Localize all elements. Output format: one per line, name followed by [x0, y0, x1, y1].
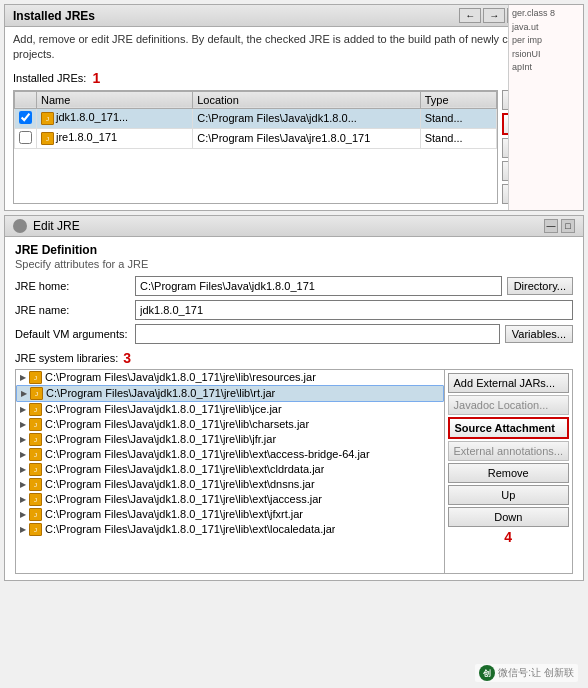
watermark-text: 微信号:让: [498, 666, 541, 680]
tree-arrow: ▶: [20, 495, 26, 504]
list-item[interactable]: ▶JC:\Program Files\Java\jdk1.8.0_171\jre…: [16, 477, 444, 492]
jre-checkbox[interactable]: [19, 131, 32, 144]
wm-icon: 创: [479, 665, 495, 681]
jar-icon: J: [41, 112, 54, 125]
tree-arrow: ▶: [20, 510, 26, 519]
list-item[interactable]: ▶JC:\Program Files\Java\jdk1.8.0_171\jre…: [16, 417, 444, 432]
list-item[interactable]: ▶JC:\Program Files\Java\jdk1.8.0_171\jre…: [16, 370, 444, 385]
libs-label: JRE system libraries:: [15, 352, 118, 364]
row-location-cell: C:\Program Files\Java\jre1.8.0_171: [193, 128, 420, 148]
list-item[interactable]: ▶JC:\Program Files\Java\jdk1.8.0_171\jre…: [16, 492, 444, 507]
jar-icon: J: [41, 132, 54, 145]
lib-path: C:\Program Files\Java\jdk1.8.0_171\jre\l…: [45, 463, 324, 475]
tree-arrow: ▶: [20, 480, 26, 489]
jar-icon: J: [29, 433, 42, 446]
code-line-4: rsionUI: [512, 48, 580, 62]
code-panel-overlay: ger.class 8 java.ut per imp rsionUI apIn…: [508, 5, 583, 210]
row-location-cell: C:\Program Files\Java\jdk1.8.0...: [193, 108, 420, 128]
row-name-cell: Jjdk1.8.0_171...: [37, 108, 193, 128]
col-type: Type: [420, 91, 496, 108]
row-name-cell: Jjre1.8.0_171: [37, 128, 193, 148]
nav-forward-btn[interactable]: →: [483, 8, 505, 23]
variables-button[interactable]: Variables...: [505, 325, 573, 343]
lib-path: C:\Program Files\Java\jdk1.8.0_171\jre\l…: [45, 478, 315, 490]
list-item[interactable]: ▶JC:\Program Files\Java\jdk1.8.0_171\jre…: [16, 462, 444, 477]
jre-checkbox[interactable]: [19, 111, 32, 124]
lib-path: C:\Program Files\Java\jdk1.8.0_171\jre\l…: [45, 448, 370, 460]
number-1-badge: 1: [92, 70, 100, 86]
remove-lib-button[interactable]: Remove: [448, 463, 569, 483]
watermark: 创 微信号:让 创新联: [475, 664, 578, 682]
jar-icon: J: [29, 448, 42, 461]
row-type-cell: Stand...: [420, 128, 496, 148]
row-checkbox-cell: [15, 108, 37, 128]
jar-icon: J: [29, 478, 42, 491]
directory-button[interactable]: Directory...: [507, 277, 573, 295]
jar-icon: J: [29, 508, 42, 521]
list-item[interactable]: ▶JC:\Program Files\Java\jdk1.8.0_171\jre…: [16, 385, 444, 402]
jre-home-label: JRE home:: [15, 280, 130, 292]
source-attachment-button[interactable]: Source Attachment: [448, 417, 569, 439]
edit-jre-title: Edit JRE: [33, 219, 80, 233]
row-checkbox-cell: [15, 128, 37, 148]
jre-name-row: JRE name:: [15, 300, 573, 320]
list-item[interactable]: ▶JC:\Program Files\Java\jdk1.8.0_171\jre…: [16, 402, 444, 417]
jar-icon: J: [29, 403, 42, 416]
jar-icon: J: [30, 387, 43, 400]
lib-path: C:\Program Files\Java\jdk1.8.0_171\jre\l…: [45, 523, 335, 535]
vm-args-input[interactable]: [135, 324, 500, 344]
add-external-jars-button[interactable]: Add External JARs...: [448, 373, 569, 393]
table-row[interactable]: Jjdk1.8.0_171...C:\Program Files\Java\jd…: [15, 108, 497, 128]
row-type-cell: Stand...: [420, 108, 496, 128]
installed-jres-title: Installed JREs: [13, 9, 95, 23]
number-3-badge: 3: [123, 350, 131, 366]
tree-arrow: ▶: [20, 420, 26, 429]
section-title: JRE Definition: [15, 243, 573, 257]
libraries-buttons: Add External JARs... Javadoc Location...…: [444, 370, 572, 573]
nav-back-btn[interactable]: ←: [459, 8, 481, 23]
lib-path: C:\Program Files\Java\jdk1.8.0_171\jre\l…: [46, 387, 275, 399]
list-item[interactable]: ▶JC:\Program Files\Java\jdk1.8.0_171\jre…: [16, 447, 444, 462]
section-subtitle: Specify attributes for a JRE: [15, 258, 573, 270]
list-item[interactable]: ▶JC:\Program Files\Java\jdk1.8.0_171\jre…: [16, 522, 444, 537]
minimize-btn[interactable]: —: [544, 219, 558, 233]
jar-icon: J: [29, 418, 42, 431]
col-name: Name: [37, 91, 193, 108]
tree-arrow: ▶: [20, 435, 26, 444]
code-line-2: java.ut: [512, 21, 580, 35]
code-line-5: apInt: [512, 61, 580, 75]
code-line-1: ger.class 8: [512, 7, 580, 21]
maximize-btn[interactable]: □: [561, 219, 575, 233]
edit-jre-panel: Edit JRE — □ JRE Definition Specify attr…: [4, 215, 584, 581]
installed-jres-title-bar: Installed JREs ← → ▼ ▲ ✕: [5, 5, 583, 27]
external-annotations-button[interactable]: External annotations...: [448, 441, 569, 461]
jre-table-container: Name Location Type Jjdk1.8.0_171...C:\Pr…: [13, 90, 498, 204]
javadoc-location-button[interactable]: Javadoc Location...: [448, 395, 569, 415]
jre-home-input[interactable]: [135, 276, 502, 296]
tree-arrow: ▶: [20, 373, 26, 382]
number-4-badge: 4: [448, 529, 569, 545]
tree-arrow: ▶: [20, 465, 26, 474]
jre-name-input[interactable]: [135, 300, 573, 320]
lib-path: C:\Program Files\Java\jdk1.8.0_171\jre\l…: [45, 433, 276, 445]
lib-path: C:\Program Files\Java\jdk1.8.0_171\jre\l…: [45, 493, 322, 505]
vm-args-label: Default VM arguments:: [15, 328, 130, 340]
up-button[interactable]: Up: [448, 485, 569, 505]
tree-arrow: ▶: [20, 405, 26, 414]
down-button[interactable]: Down: [448, 507, 569, 527]
list-item[interactable]: ▶JC:\Program Files\Java\jdk1.8.0_171\jre…: [16, 432, 444, 447]
installed-jres-panel: Installed JREs ← → ▼ ▲ ✕ Add, remove or …: [4, 4, 584, 211]
list-item[interactable]: ▶JC:\Program Files\Java\jdk1.8.0_171\jre…: [16, 507, 444, 522]
edit-jre-title-bar: Edit JRE — □: [5, 216, 583, 237]
jre-table: Name Location Type Jjdk1.8.0_171...C:\Pr…: [14, 91, 497, 149]
tree-arrow: ▶: [20, 525, 26, 534]
jre-name-label: JRE name:: [15, 304, 130, 316]
watermark-brand: 创新联: [544, 666, 574, 680]
lib-path: C:\Program Files\Java\jdk1.8.0_171\jre\l…: [45, 418, 309, 430]
jar-icon: J: [29, 493, 42, 506]
jre-home-row: JRE home: Directory...: [15, 276, 573, 296]
installed-jres-description: Add, remove or edit JRE definitions. By …: [5, 27, 583, 68]
libraries-list: ▶JC:\Program Files\Java\jdk1.8.0_171\jre…: [16, 370, 444, 573]
gear-icon: [13, 219, 27, 233]
table-row[interactable]: Jjre1.8.0_171C:\Program Files\Java\jre1.…: [15, 128, 497, 148]
